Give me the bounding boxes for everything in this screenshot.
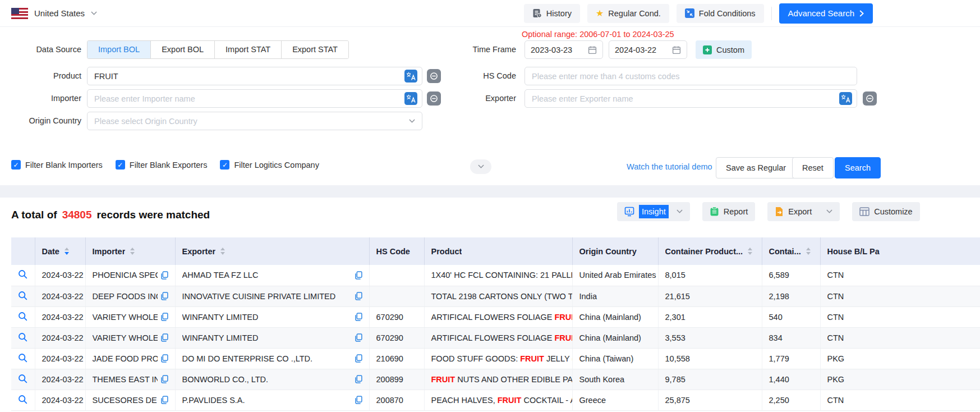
exporter-input[interactable] [532, 94, 839, 103]
copy-icon[interactable] [161, 271, 168, 280]
column-header-exporter[interactable]: Exporter [175, 237, 369, 265]
collapse-panel-button[interactable] [470, 159, 491, 174]
insight-button[interactable]: Insight [617, 202, 690, 221]
row-container-product: 25,875 [658, 390, 762, 410]
row-detail-search-icon[interactable] [11, 390, 35, 410]
copy-icon[interactable] [161, 396, 168, 404]
column-header-hs: HS Code [369, 237, 424, 265]
table-row: 2024-03-22VARIETY WHOLESWINFANTY LIMITED… [11, 327, 980, 348]
row-importer: PHOENICIA SPECI [85, 265, 175, 286]
column-header-importer[interactable]: Importer [85, 237, 175, 265]
results-table: DateImporterExporterHS CodeProductOrigin… [11, 237, 980, 411]
row-detail-search-icon[interactable] [11, 286, 35, 306]
row-importer: JADE FOOD PROD [85, 348, 175, 369]
checkbox-check-icon: ✓ [11, 160, 21, 170]
search-button[interactable]: Search [835, 157, 881, 178]
sort-control[interactable] [806, 248, 811, 255]
row-detail-search-icon[interactable] [11, 265, 35, 286]
column-header-cproduct[interactable]: Container Product... [658, 237, 762, 265]
calendar-icon[interactable] [588, 45, 597, 54]
data-source-tab[interactable]: Export BOL [151, 41, 215, 58]
translate-icon[interactable] [404, 92, 417, 105]
copy-icon[interactable] [355, 396, 362, 404]
copy-icon[interactable] [161, 354, 168, 363]
origin-country-select[interactable]: Please select Origin Country [87, 112, 422, 130]
exact-match-glyph [866, 94, 874, 103]
column-label: Exporter [182, 247, 216, 256]
sort-control[interactable] [130, 248, 135, 255]
save-as-regular-button[interactable]: Save as Regular [716, 157, 796, 178]
section-divider [0, 185, 980, 198]
row-detail-search-icon[interactable] [11, 369, 35, 390]
sort-control[interactable] [220, 248, 225, 255]
data-source-tab[interactable]: Import STAT [215, 41, 282, 58]
table-row: 2024-03-22VARIETY WHOLESWINFANTY LIMITED… [11, 306, 980, 327]
hs-code-input[interactable] [532, 72, 852, 81]
row-exporter: P.PAVLIDES S.A. [175, 390, 369, 410]
translate-icon[interactable] [839, 92, 852, 105]
column-header-ccount[interactable]: Contai... [762, 237, 820, 265]
calendar-icon[interactable] [672, 45, 681, 54]
reset-button[interactable]: Reset [792, 157, 834, 178]
sort-control[interactable] [65, 248, 69, 255]
end-date-input[interactable]: 2024-03-22 [609, 40, 687, 59]
row-date: 2024-03-22 [35, 390, 85, 410]
export-button[interactable]: Export [767, 202, 840, 221]
table-body: 2024-03-22PHOENICIA SPECIAHMAD TEA FZ LL… [11, 265, 980, 410]
customize-button[interactable]: Customize [852, 202, 920, 221]
importer-label: Importer [0, 89, 81, 107]
row-origin-country: China (Mainland) [572, 327, 658, 348]
data-source-tab[interactable]: Import BOL [88, 41, 151, 58]
copy-icon[interactable] [355, 313, 362, 321]
optional-range-text: Optional range: 2006-07-01 to 2024-03-25 [522, 30, 674, 39]
copy-icon[interactable] [161, 375, 168, 383]
fold-conditions-button[interactable]: Fold Conditions [677, 4, 764, 23]
translate-icon[interactable] [404, 70, 417, 83]
row-detail-search-icon[interactable] [11, 348, 35, 369]
row-container-count: 6,589 [762, 265, 820, 286]
regular-cond-button[interactable]: ★ Regular Cond. [587, 4, 669, 23]
row-detail-search-icon[interactable] [11, 327, 35, 348]
row-product: TOTAL 2198 CARTONS ONLY (TWO THO [424, 286, 572, 306]
data-source-tab[interactable]: Export STAT [282, 41, 348, 58]
filter-checkbox[interactable]: ✓Filter Blank Exporters [116, 160, 208, 170]
copy-icon[interactable] [355, 271, 362, 280]
row-detail-search-icon[interactable] [11, 306, 35, 327]
copy-icon[interactable] [161, 333, 168, 342]
filter-checkbox[interactable]: ✓Filter Blank Importers [11, 160, 103, 170]
chevron-down-icon[interactable] [826, 207, 832, 216]
row-exporter: BONWORLD CO., LTD. [175, 369, 369, 390]
copy-icon[interactable] [161, 292, 168, 300]
copy-icon[interactable] [355, 292, 362, 300]
copy-icon[interactable] [355, 354, 362, 363]
product-input[interactable] [94, 72, 404, 81]
row-importer: VARIETY WHOLES [85, 306, 175, 327]
exact-match-icon[interactable] [863, 91, 877, 106]
chevron-down-icon [409, 117, 415, 126]
results-toolbar: Insight Report Export Customize [617, 202, 920, 221]
country-selector[interactable]: United States [11, 8, 97, 19]
row-date: 2024-03-22 [35, 369, 85, 390]
filter-checkbox[interactable]: ✓Filter Logitics Company [220, 160, 319, 170]
advanced-search-button[interactable]: Advanced Search [779, 3, 873, 24]
custom-grid-icon [703, 45, 712, 54]
copy-icon[interactable] [355, 333, 362, 342]
row-origin-country: India [572, 286, 658, 306]
chevron-down-icon[interactable] [677, 207, 683, 216]
importer-input[interactable] [94, 94, 404, 103]
copy-icon[interactable] [355, 375, 362, 383]
keyword-highlight: FRUIT [554, 313, 572, 322]
row-product: FRUIT NUTS AND OTHER EDIBLE PART [424, 369, 572, 390]
tutorial-link[interactable]: Watch the tutorial demo [627, 162, 712, 171]
custom-range-button[interactable]: Custom [696, 40, 752, 59]
report-button[interactable]: Report [702, 202, 756, 221]
copy-icon[interactable] [161, 313, 168, 321]
history-button[interactable]: History [524, 4, 580, 23]
top-bar: United States History ★ Regular Cond. Fo… [0, 0, 980, 27]
start-date-input[interactable]: 2023-03-23 [524, 40, 603, 59]
column-header-sel [11, 237, 35, 265]
column-header-date[interactable]: Date [35, 237, 85, 265]
row-house-bl: CTN [820, 390, 980, 410]
sort-control[interactable] [748, 248, 752, 255]
history-icon [532, 8, 542, 18]
